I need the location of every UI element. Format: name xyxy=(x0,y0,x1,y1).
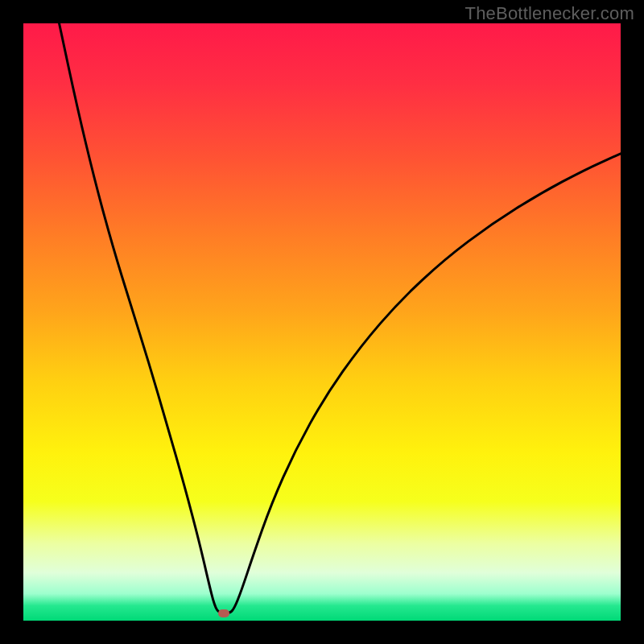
watermark-text: TheBottlenecker.com xyxy=(465,3,634,24)
optimal-point-marker xyxy=(218,609,229,617)
bottleneck-curve xyxy=(23,23,621,621)
plot-area xyxy=(23,23,621,621)
chart-frame: TheBottlenecker.com xyxy=(0,0,644,644)
